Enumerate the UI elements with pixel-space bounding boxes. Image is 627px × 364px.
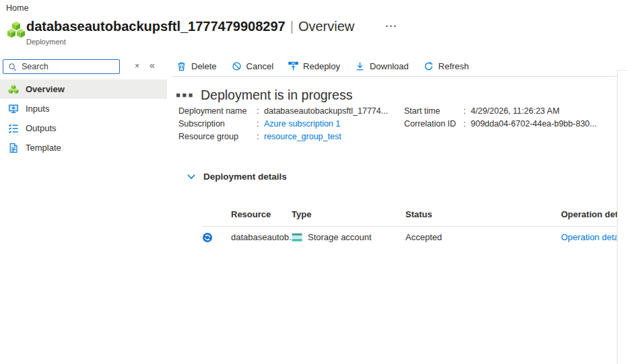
template-document-icon [8,143,19,153]
expander-label: Deployment details [203,172,287,182]
page-title: databaseautobackupsftl_1777479908297 | O… [26,19,397,34]
download-icon [355,61,365,71]
property-row-resource-group: Resource group : resource_group_test [178,131,388,143]
search-input[interactable] [22,62,119,71]
sidebar-search[interactable] [3,59,120,74]
property-label: Correlation ID [404,118,463,131]
property-label: Start time [404,105,463,118]
resource-type-label: Deployment [26,38,66,46]
property-label: Subscription [178,118,257,131]
cell-status: Accepted [405,232,561,242]
sidebar-item-label: Overview [26,84,65,94]
deployment-status-heading: Deployment is in progress [176,86,352,104]
sidebar-item-label: Inputs [26,104,49,114]
property-value: 909dda04-6702-44ea-b9bb-830... [466,118,597,131]
property-row-deployment-name: Deployment name : databaseautobackupsftl… [178,105,388,118]
header-status: Status [405,209,561,219]
toolbar-label: Delete [191,61,217,71]
resource-type-text: Storage account [308,232,372,242]
cancel-icon [232,61,242,71]
in-progress-icon [202,232,231,243]
table-header-row: Resource Type Status Operation details [202,202,617,227]
property-row-start-time: Start time : 4/29/2026, 11:26:23 AM [404,105,597,118]
property-label: Deployment name [178,105,257,118]
sidebar-item-label: Template [26,143,61,153]
property-value: databaseautobackupsftl_17774... [259,105,388,118]
deployment-cubes-icon [8,84,19,95]
chevron-down-icon [187,172,196,182]
redeploy-button[interactable]: Redeploy [281,61,348,71]
toolbar-label: Redeploy [303,61,340,71]
toolbar-label: Cancel [246,61,273,71]
toolbar-label: Download [370,61,409,71]
inputs-monitor-icon [8,104,19,114]
in-progress-dots-icon [176,94,193,98]
sidebar-item-label: Outputs [26,123,57,133]
sidebar-nav: Overview Inputs Outputs [0,79,167,157]
refresh-button[interactable]: Refresh [416,61,477,71]
storage-account-icon [292,233,302,242]
cancel-button[interactable]: Cancel [224,61,281,71]
search-icon [8,63,17,71]
sidebar-item-overview[interactable]: Overview [0,79,167,99]
property-row-correlation-id: Correlation ID : 909dda04-6702-44ea-b9bb… [404,118,597,131]
sidebar-item-outputs[interactable]: Outputs [0,118,167,138]
status-heading-text: Deployment is in progress [201,87,352,103]
sidebar-collapse-icon[interactable]: « [150,60,155,71]
outputs-checklist-icon [8,123,19,134]
toolbar-divider [172,76,617,77]
property-value: 4/29/2026, 11:26:23 AM [466,105,560,118]
breadcrumb-home[interactable]: Home [6,3,28,13]
resource-title: databaseautobackupsftl_1777479908297 [26,19,286,34]
delete-button[interactable]: Delete [169,61,224,71]
refresh-icon [424,61,434,71]
cell-resource-type: Storage account [292,232,405,242]
property-label: Resource group [178,131,257,143]
header-operation-details: Operation details [561,209,617,219]
subscription-link[interactable]: Azure subscription 1 [259,118,340,131]
trash-icon [176,61,187,71]
command-bar: Delete Cancel Redeploy Download [169,57,476,75]
cell-resource-name: databaseautob... [231,232,292,242]
redeploy-icon [288,61,298,71]
header-resource: Resource [231,209,292,219]
deployment-properties-left: Deployment name : databaseautobackupsftl… [178,105,388,143]
pane-right-border [617,70,618,364]
scroll-gutter-line [617,70,627,71]
operation-details-link[interactable]: Operation details [561,232,617,242]
property-row-subscription: Subscription : Azure subscription 1 [178,118,388,131]
deployment-details-table: Resource Type Status Operation details d… [202,202,617,248]
header-type: Type [292,209,405,219]
download-button[interactable]: Download [348,61,416,71]
search-clear-icon[interactable]: × [135,61,139,71]
more-menu-button[interactable]: ··· [385,20,397,32]
table-row: databaseautob... Storage account Accepte… [202,227,617,248]
deployment-details-expander[interactable]: Deployment details [187,172,287,182]
sidebar-item-template[interactable]: Template [0,138,167,157]
title-section: Overview [298,19,354,34]
deployment-cubes-icon [7,21,26,40]
toolbar-label: Refresh [438,61,469,71]
resource-group-link[interactable]: resource_group_test [259,131,341,143]
deployment-properties-right: Start time : 4/29/2026, 11:26:23 AM Corr… [404,105,597,131]
sidebar-item-inputs[interactable]: Inputs [0,99,167,118]
title-separator: | [290,19,294,34]
